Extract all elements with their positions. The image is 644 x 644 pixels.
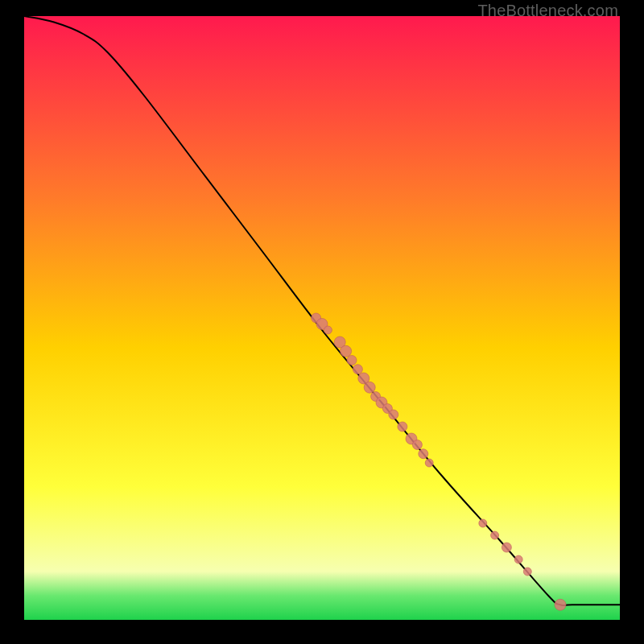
data-point xyxy=(353,365,362,374)
data-point xyxy=(502,543,511,552)
data-point xyxy=(364,382,375,393)
plot-area xyxy=(24,16,620,620)
data-point xyxy=(479,519,487,527)
bottleneck-curve xyxy=(24,16,620,605)
data-point xyxy=(412,440,422,450)
data-point xyxy=(324,326,332,334)
data-point xyxy=(555,599,566,610)
data-points xyxy=(312,313,566,610)
data-point xyxy=(341,345,352,357)
curve-layer xyxy=(24,16,620,620)
data-point xyxy=(523,568,531,576)
data-point xyxy=(425,459,433,467)
data-point xyxy=(491,531,499,539)
data-point xyxy=(514,555,522,564)
data-point xyxy=(398,422,407,431)
chart-stage: TheBottleneck.com xyxy=(0,0,644,644)
data-point xyxy=(389,410,398,419)
data-point xyxy=(419,449,428,459)
data-point xyxy=(347,356,357,365)
